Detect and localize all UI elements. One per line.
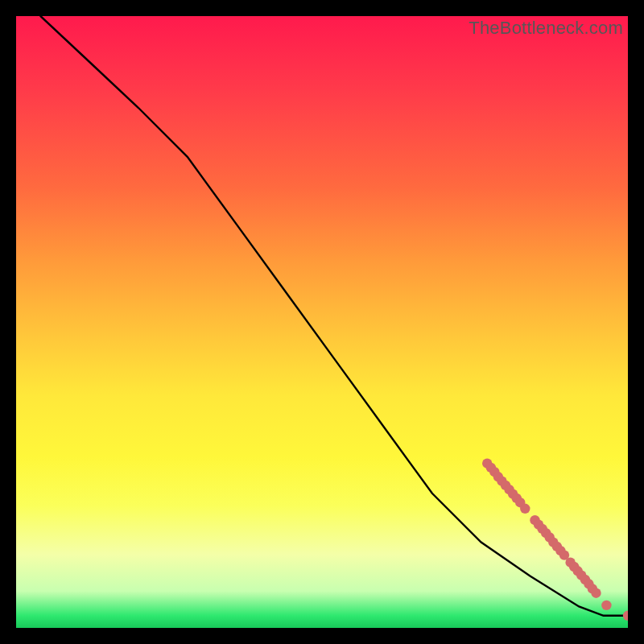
watermark-text: TheBottleneck.com (469, 18, 623, 39)
chart-frame: TheBottleneck.com (16, 16, 628, 628)
gradient-background (16, 16, 628, 628)
